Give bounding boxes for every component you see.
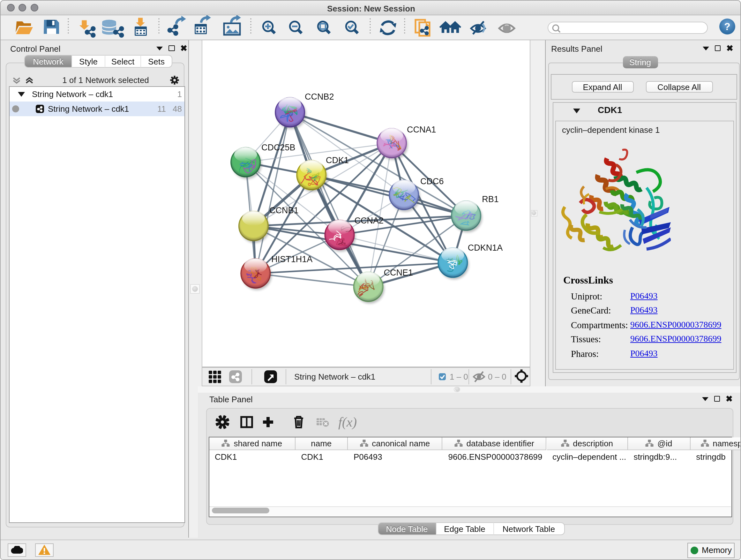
svg-text:RB1: RB1 bbox=[482, 194, 498, 204]
svg-text:CDC25B: CDC25B bbox=[261, 142, 295, 152]
svg-text:CCNA2: CCNA2 bbox=[354, 215, 383, 225]
svg-text:f(x): f(x) bbox=[338, 415, 356, 429]
svg-text:1 – 0: 1 – 0 bbox=[449, 372, 468, 381]
svg-text:CDK1: CDK1 bbox=[326, 155, 348, 165]
svg-text:HIST1H1A: HIST1H1A bbox=[271, 254, 312, 264]
svg-text:CDKN1A: CDKN1A bbox=[468, 243, 502, 252]
svg-text:CCNB2: CCNB2 bbox=[305, 91, 334, 101]
svg-text:CCNB1: CCNB1 bbox=[269, 205, 298, 215]
svg-text:CCNE1: CCNE1 bbox=[383, 267, 413, 277]
svg-text:CDC6: CDC6 bbox=[420, 176, 444, 186]
svg-text:0 – 0: 0 – 0 bbox=[488, 372, 506, 381]
svg-text:String Network – cdk1: String Network – cdk1 bbox=[294, 372, 375, 381]
svg-text:CCNA1: CCNA1 bbox=[407, 125, 436, 134]
